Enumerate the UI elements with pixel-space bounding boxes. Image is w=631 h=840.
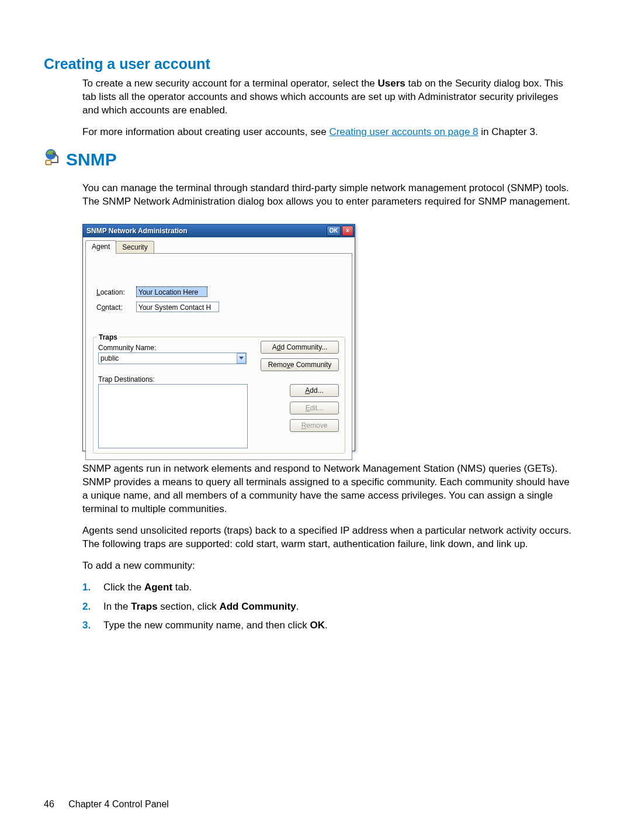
txt: in Chapter 3. <box>479 126 538 137</box>
b: OK <box>310 620 325 631</box>
txt-bold-users: Users <box>378 78 405 89</box>
para-create-2: For more information about creating user… <box>82 126 573 139</box>
groupbox-traps: Traps Community Name: public Add Communi… <box>93 337 345 454</box>
chapter-label: Chapter 4 Control Panel <box>68 799 169 809</box>
para-add-community-intro: To add a new community: <box>82 559 573 573</box>
u: o <box>102 303 106 312</box>
dialog-titlebar: SNMP Network Administration OK × <box>83 224 355 237</box>
dialog-ok-button[interactable]: OK <box>327 226 341 236</box>
b: Traps <box>131 601 157 612</box>
t: tab. <box>172 582 192 593</box>
step-text: Click the Agent tab. <box>103 581 192 594</box>
b: Agent <box>144 582 172 593</box>
link-creating-user-accounts[interactable]: Creating user accounts on page 8 <box>329 126 478 137</box>
t: In the <box>103 601 131 612</box>
location-input[interactable]: Your Location Here <box>136 286 207 297</box>
tabpanel-agent: Location: Your Location Here Contact: Yo… <box>85 253 352 460</box>
tab-security[interactable]: Security <box>116 241 154 254</box>
u: L <box>96 288 100 296</box>
u: A <box>305 386 310 395</box>
u: R <box>301 421 307 430</box>
label-contact: Contact: <box>96 303 123 312</box>
b: Add Community <box>219 601 296 612</box>
contact-input[interactable]: Your System Contact H <box>136 302 219 312</box>
u: d <box>277 343 281 351</box>
para-snmp-traps: Agents send unsolicited reports (traps) … <box>82 524 573 551</box>
t: . <box>296 601 299 612</box>
step-3: 3. Type the new community name, and then… <box>82 619 573 632</box>
txt: To create a new security account for a t… <box>82 78 378 89</box>
step-1: 1. Click the Agent tab. <box>82 581 573 594</box>
u: v <box>287 361 290 369</box>
step-num: 2. <box>82 600 103 614</box>
para-create-1: To create a new security account for a t… <box>82 77 573 117</box>
snmp-dialog: SNMP Network Administration OK × Agent S… <box>82 224 355 451</box>
groupbox-traps-title: Traps <box>97 333 119 342</box>
step-text: In the Traps section, click Add Communit… <box>103 600 299 614</box>
chevron-down-icon[interactable] <box>237 353 246 364</box>
svg-rect-2 <box>47 161 50 164</box>
dialog-close-button[interactable]: × <box>342 226 353 236</box>
community-combo[interactable]: public <box>98 352 247 364</box>
edit-destination-button[interactable]: Edit... <box>290 402 339 414</box>
step-num: 1. <box>82 581 103 594</box>
heading-snmp: SNMP <box>66 151 117 168</box>
remove-destination-button[interactable]: Remove <box>290 419 339 432</box>
remove-community-button[interactable]: Remove Community <box>261 358 339 371</box>
dialog-title: SNMP Network Administration <box>86 226 188 236</box>
para-snmp-agents: SNMP agents run in network elements and … <box>82 462 573 516</box>
step-2: 2. In the Traps section, click Add Commu… <box>82 600 573 614</box>
step-text: Type the new community name, and then cl… <box>103 619 328 632</box>
page-footer: 46 Chapter 4 Control Panel <box>44 798 169 811</box>
txt: For more information about creating user… <box>82 126 329 137</box>
t: Click the <box>103 582 144 593</box>
steps-list: 1. Click the Agent tab. 2. In the Traps … <box>82 581 573 633</box>
t: section, click <box>158 601 220 612</box>
t: Type the new community name, and then cl… <box>103 620 310 631</box>
add-community-button[interactable]: Add Community... <box>261 341 339 354</box>
heading-create-user-account: Creating a user account <box>44 54 210 74</box>
add-destination-button[interactable]: Add... <box>290 384 339 397</box>
label-trap-destinations: Trap Destinations: <box>98 375 155 384</box>
u: E <box>306 404 310 412</box>
label-community-name: Community Name: <box>98 343 156 352</box>
label-location: Location: <box>96 288 125 297</box>
trap-destinations-listbox[interactable] <box>98 384 248 448</box>
page-number: 46 <box>44 799 54 809</box>
para-snmp-intro: You can manage the terminal through stan… <box>82 182 573 209</box>
t: . <box>325 620 328 631</box>
snmp-icon <box>44 147 65 168</box>
tab-agent[interactable]: Agent <box>85 240 116 254</box>
step-num: 3. <box>82 619 103 632</box>
